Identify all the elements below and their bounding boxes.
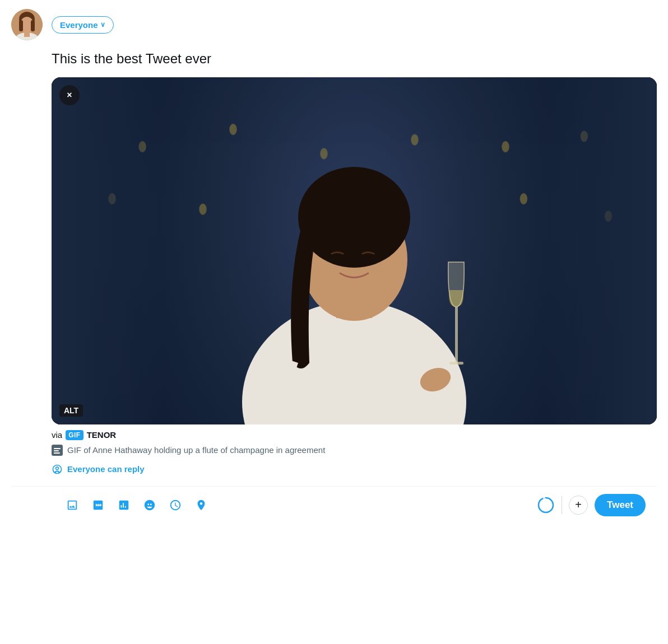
svg-rect-6: [24, 31, 30, 37]
svg-rect-14: [54, 448, 61, 449]
everyone-reply-label: Everyone can reply: [67, 464, 145, 474]
svg-rect-15: [54, 450, 59, 451]
plus-icon: +: [575, 498, 582, 511]
image-icon-button[interactable]: [61, 493, 84, 517]
close-media-button[interactable]: ×: [59, 85, 80, 105]
toolbar-divider: [562, 496, 562, 514]
location-icon-button[interactable]: [189, 493, 213, 517]
svg-rect-13: [449, 362, 463, 365]
everyone-can-reply[interactable]: Everyone can reply: [52, 464, 657, 475]
svg-rect-12: [455, 307, 458, 363]
gif-icon-button[interactable]: [86, 493, 110, 517]
schedule-icon-button[interactable]: [164, 493, 187, 517]
svg-rect-3: [19, 20, 23, 31]
avatar: [11, 9, 43, 40]
emoji-icon-button[interactable]: [138, 493, 161, 517]
schedule-icon: [169, 499, 182, 511]
description-icon: [52, 445, 63, 456]
description-text: GIF of Anne Hathaway holding up a flute …: [67, 445, 325, 455]
globe-icon: [52, 464, 63, 475]
add-thread-button[interactable]: +: [569, 496, 588, 515]
svg-rect-4: [31, 20, 35, 31]
tenor-source: TENOR: [87, 430, 117, 440]
audience-button[interactable]: Everyone ∨: [52, 16, 114, 34]
toolbar-right: + Tweet: [537, 494, 646, 516]
svg-point-10: [298, 167, 410, 268]
via-label: via: [52, 430, 62, 440]
toolbar-icons: [61, 493, 537, 517]
chair-right-wing: [545, 77, 657, 424]
poll-icon-button[interactable]: [112, 493, 136, 517]
svg-rect-16: [54, 452, 60, 454]
emoji-icon: [143, 499, 156, 511]
gif-scene: [52, 77, 657, 424]
media-container: × ALT: [52, 77, 657, 424]
gif-attribution: via GIF TENOR: [52, 430, 657, 440]
image-icon: [66, 499, 78, 511]
audience-label: Everyone: [60, 20, 98, 30]
location-icon: [195, 499, 207, 511]
close-icon: ×: [67, 90, 72, 100]
chevron-down-icon: ∨: [100, 21, 105, 29]
person-svg: [180, 88, 528, 424]
gif-badge: GIF: [66, 430, 84, 440]
alt-badge[interactable]: ALT: [59, 404, 83, 417]
character-count-ring: [537, 496, 555, 514]
top-row: Everyone ∨: [11, 9, 657, 40]
gif-toolbar-icon: [92, 499, 104, 511]
chair-left-wing: [52, 77, 164, 424]
tweet-text: This is the best Tweet ever: [52, 49, 657, 68]
tweet-button[interactable]: Tweet: [595, 494, 646, 516]
toolbar: + Tweet: [11, 487, 657, 526]
tweet-button-label: Tweet: [607, 500, 633, 510]
poll-icon: [118, 499, 130, 511]
composer-area: Everyone ∨ This is the best Tweet ever: [0, 0, 668, 644]
gif-description: GIF of Anne Hathaway holding up a flute …: [52, 445, 657, 456]
svg-point-18: [539, 498, 553, 512]
